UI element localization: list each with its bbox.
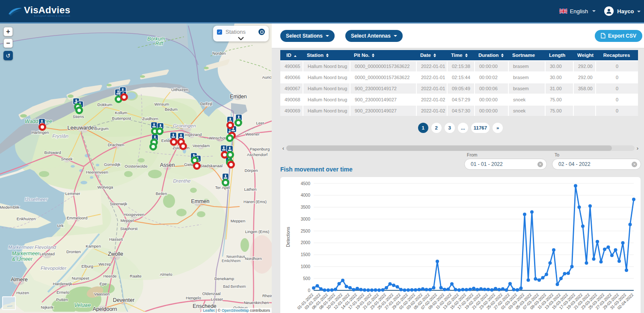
to-label: To (555, 152, 641, 157)
green-detection-marker[interactable] (236, 120, 241, 126)
stations-layer-icon[interactable] (258, 29, 265, 35)
leaflet-link[interactable]: Leaflet (203, 308, 214, 313)
map-label: Hasselt (109, 237, 123, 242)
export-csv-button[interactable]: Export CSV (595, 30, 642, 42)
cell-recaptures: 0 (595, 105, 638, 116)
map-label: Lelystad (39, 251, 54, 256)
page-button-1[interactable]: 1 (418, 123, 428, 133)
cell-sortname: brasem (508, 71, 545, 83)
map[interactable]: BorkumRiffNordenAurichUithuizenWinsumBed… (0, 24, 272, 313)
page-button-...[interactable]: ... (458, 123, 468, 133)
column-header-pit-no-[interactable]: Pit No. (350, 50, 416, 60)
map-label: Urk (57, 223, 64, 228)
svg-text:Detections: Detections (286, 227, 291, 247)
svg-text:2000: 2000 (301, 240, 311, 245)
table-row[interactable]: 490065Hallum Noord brug0000_000000015736… (280, 60, 638, 71)
overview-minimap[interactable] (2, 296, 16, 310)
cell-pit-no-: 900_230000149172 (350, 83, 416, 94)
green-detection-marker[interactable] (227, 136, 233, 141)
cell-recaptures: 0 (595, 94, 638, 105)
cell-time: 02:15:38 (447, 60, 474, 71)
page-button-3[interactable]: 3 (445, 123, 455, 133)
green-detection-marker[interactable] (228, 152, 233, 158)
station-pin-marker[interactable] (221, 145, 227, 152)
map-label: Nijkerk (41, 305, 53, 310)
svg-text:0: 0 (308, 288, 310, 293)
cell-id: 490065 (280, 60, 303, 71)
from-date-input[interactable]: 01 - 01 - 2022 ✕ (464, 159, 547, 170)
horizontal-scrollbar[interactable]: ‹ › (280, 145, 641, 151)
fish-movement-chart: 050010001500200025003000350040004500Dete… (280, 177, 641, 313)
cell-length: 75.00 (545, 105, 573, 116)
stations-checkbox[interactable]: ✓ (217, 30, 222, 35)
page-button-2[interactable]: 2 (431, 123, 442, 133)
cell-station: Hallum Noord brug (303, 94, 350, 105)
red-detection-marker[interactable] (181, 144, 186, 149)
map-label: Deventer (113, 297, 135, 303)
map-label: Burgum (94, 126, 108, 131)
cell-sortname: brasem (508, 83, 545, 94)
red-detection-marker[interactable] (194, 163, 200, 169)
cell-duration: 00:00:06 (474, 83, 508, 94)
cell-date: 2022-01-01 (416, 83, 447, 94)
to-clear-icon[interactable]: ✕ (632, 162, 637, 167)
cell-date: 2022-01-02 (416, 105, 447, 116)
sort-icon (433, 53, 436, 58)
red-detection-marker[interactable] (40, 124, 45, 130)
column-header-recaptures: Recaptures (595, 50, 638, 60)
stations-collapse-chevron[interactable] (217, 36, 265, 40)
svg-text:2500: 2500 (301, 229, 311, 233)
column-header-time[interactable]: Time (447, 50, 474, 60)
red-detection-marker[interactable] (122, 94, 127, 100)
page-button-11767[interactable]: 11767 (471, 123, 490, 133)
map-reset-button[interactable]: ↺ (3, 51, 13, 60)
red-detection-marker[interactable] (171, 139, 177, 145)
map-label: Nunspeet (72, 276, 89, 281)
language-caret-icon (592, 10, 596, 12)
select-stations-button[interactable]: Select Stations (280, 30, 335, 42)
brand-logo[interactable]: VisAdvies Ecologisch advies & onderzoek (8, 6, 70, 17)
map-label: Hoogeveen (124, 212, 145, 217)
select-antennas-button[interactable]: Select Antennas (345, 30, 403, 42)
green-detection-marker[interactable] (157, 129, 163, 134)
map-label: Flevoland (35, 245, 56, 250)
map-label: Oosterwolde (125, 164, 147, 168)
table-row[interactable]: 490066Hallum Noord brug0000_000000015736… (280, 71, 638, 83)
scrollbar-thumb[interactable] (286, 145, 612, 151)
column-header-station[interactable]: Station (303, 50, 350, 60)
table-row[interactable]: 490067Hallum Noord brug900_2300001491722… (280, 83, 638, 94)
map-label: Rheine (262, 293, 272, 298)
green-detection-marker[interactable] (151, 144, 156, 150)
map-label: Denekamp (214, 276, 234, 281)
map-label: Kampen (86, 244, 101, 248)
page-button-»[interactable]: » (493, 123, 503, 133)
table-row[interactable]: 490069Hallum Noord brug900_2300001490272… (280, 105, 638, 116)
from-clear-icon[interactable]: ✕ (537, 162, 543, 167)
red-detection-marker[interactable] (228, 123, 233, 128)
scroll-right-icon[interactable]: › (635, 145, 641, 151)
cell-id: 490069 (280, 105, 303, 116)
map-label: Lemmer (65, 191, 80, 196)
map-label: Beilen (156, 191, 167, 196)
map-label: Emlichheim (222, 259, 240, 263)
map-zoom-in-button[interactable]: + (3, 27, 13, 36)
table-row[interactable]: 490068Hallum Noord brug900_2300001490272… (280, 94, 638, 105)
map-label: Huizen (16, 290, 29, 295)
map-zoom-out-button[interactable]: − (3, 38, 13, 48)
map-label: Dörpen (244, 168, 258, 173)
column-header-duration[interactable]: Duration (474, 50, 508, 60)
osm-link[interactable]: OpenStreetMap (222, 308, 249, 313)
cell-station: Hallum Noord brug (303, 71, 350, 83)
avatar[interactable] (604, 6, 614, 16)
red-detection-marker[interactable] (229, 162, 234, 168)
scroll-left-icon[interactable]: ‹ (280, 145, 286, 151)
station-pin-marker[interactable] (170, 133, 177, 139)
scrollbar-track[interactable] (286, 145, 635, 151)
column-header-id[interactable]: ID (280, 50, 303, 60)
user-menu[interactable]: Hayco (617, 8, 641, 15)
language-selector[interactable]: English (559, 8, 596, 15)
to-date-input[interactable]: 02 - 04 - 2022 ✕ (552, 159, 641, 170)
green-detection-marker[interactable] (77, 108, 82, 113)
green-detection-marker[interactable] (223, 180, 229, 186)
column-header-date[interactable]: Date (416, 50, 447, 60)
